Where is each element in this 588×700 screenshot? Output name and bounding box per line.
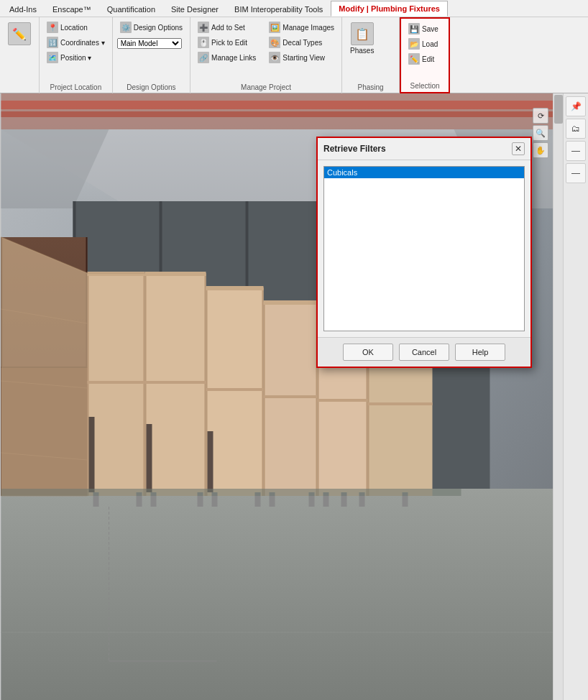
nav-controls: ⟳ 🔍 ✋ <box>533 108 548 158</box>
load-selection-button[interactable]: 📂 Load <box>405 37 441 51</box>
main-area: ⟳ 🔍 ✋ 📌 🗂 — — Retrieve Filters ✕ Cubical… <box>0 93 588 700</box>
mode-button[interactable]: ✏️ <box>4 20 35 47</box>
dialog-close-button[interactable]: ✕ <box>512 142 525 155</box>
panel-btn-4[interactable]: — <box>566 163 586 183</box>
save-icon: 💾 <box>408 23 420 34</box>
zoom-button[interactable]: 🔍 <box>533 125 548 141</box>
ribbon-group-mode: ✏️ <box>0 17 40 93</box>
svg-rect-64 <box>147 424 152 492</box>
mode-icon: ✏️ <box>8 22 31 45</box>
tab-add-ins[interactable]: Add-Ins <box>1 1 45 17</box>
filter-item-cubicals[interactable]: Cubicals <box>324 167 524 178</box>
svg-rect-26 <box>145 273 147 496</box>
manage-project-right: 🖼️ Manage Images 🎨 Decal Types 👁️ Starti… <box>266 20 337 65</box>
svg-rect-32 <box>264 302 265 496</box>
design-options-label: Design Options <box>113 83 190 91</box>
dialog-titlebar: Retrieve Filters ✕ <box>318 138 530 160</box>
dialog-title: Retrieve Filters <box>323 144 386 154</box>
manage-images-icon: 🖼️ <box>269 22 280 33</box>
ribbon-group-selection: 💾 Save 📂 Load ✏️ Edit Selection <box>400 17 450 93</box>
svg-rect-28 <box>206 287 264 496</box>
svg-rect-22 <box>88 273 145 496</box>
manage-project-label: Manage Project <box>190 83 341 91</box>
tab-enscape[interactable]: Enscape™ <box>45 1 99 17</box>
phases-button[interactable]: 📋 Phases <box>346 20 377 57</box>
starting-view-button[interactable]: 👁️ Starting View <box>266 50 337 65</box>
svg-rect-3 <box>1 101 562 109</box>
svg-rect-27 <box>205 273 206 496</box>
coordinates-button[interactable]: 🔢 Coordinates ▾ <box>44 35 108 50</box>
main-model-dropdown[interactable]: Main Model <box>117 38 185 49</box>
save-selection-button[interactable]: 💾 Save <box>405 22 441 36</box>
tab-modify-plumbing[interactable]: Modify | Plumbing Fixtures <box>331 1 448 17</box>
position-icon: 🗺️ <box>47 52 58 63</box>
svg-rect-73 <box>1 489 461 496</box>
tab-bar: Add-Ins Enscape™ Quantification Site Des… <box>0 0 588 17</box>
add-to-set-icon: ➕ <box>198 22 209 33</box>
svg-rect-30 <box>262 287 264 496</box>
svg-rect-40 <box>145 272 206 276</box>
svg-rect-41 <box>206 286 264 290</box>
ribbon: Add-Ins Enscape™ Quantification Site Des… <box>0 0 588 93</box>
svg-rect-42 <box>264 300 318 305</box>
dialog-cancel-button[interactable]: Cancel <box>399 344 449 361</box>
position-button[interactable]: 🗺️ Position ▾ <box>44 50 108 65</box>
viewport-scrollbar[interactable] <box>553 93 563 700</box>
decal-types-icon: 🎨 <box>269 37 280 48</box>
orbit-button[interactable]: ⟳ <box>533 108 548 124</box>
selection-stack: 💾 Save 📂 Load ✏️ Edit <box>405 22 441 66</box>
scrollbar-thumb[interactable] <box>554 95 563 124</box>
edit-icon: ✏️ <box>408 53 420 65</box>
svg-rect-50 <box>368 402 433 405</box>
svg-marker-69 <box>1 237 88 496</box>
edit-selection-button[interactable]: ✏️ Edit <box>405 52 441 66</box>
svg-rect-63 <box>89 417 95 492</box>
panel-btn-3[interactable]: — <box>566 141 586 161</box>
dialog-ok-button[interactable]: OK <box>343 344 393 361</box>
decal-types-button[interactable]: 🎨 Decal Types <box>266 35 337 50</box>
design-options-button[interactable]: ⚙️ Design Options <box>117 20 185 34</box>
tab-site-designer[interactable]: Site Designer <box>163 1 226 17</box>
manage-links-button[interactable]: 🔗 Manage Links <box>195 50 259 65</box>
right-panel: 📌 🗂 — — <box>563 93 588 700</box>
svg-rect-24 <box>144 273 145 496</box>
dialog-body: Cubicals <box>318 160 530 337</box>
system-browser-button[interactable]: 🗂 <box>566 119 586 139</box>
project-location-stack: 📍 Location 🔢 Coordinates ▾ 🗺️ Position ▾ <box>44 20 108 65</box>
pick-to-edit-button[interactable]: 🖱️ Pick to Edit <box>195 35 259 50</box>
add-to-set-button[interactable]: ➕ Add to Set <box>195 20 259 34</box>
selection-label: Selection <box>401 82 449 90</box>
project-location-label: Project Location <box>40 83 112 91</box>
pick-to-edit-icon: 🖱️ <box>198 37 209 48</box>
svg-rect-39 <box>88 272 145 276</box>
tab-bim[interactable]: BIM Interoperability Tools <box>226 1 331 17</box>
phasing-label: Phasing <box>342 83 399 91</box>
svg-rect-25 <box>145 273 206 496</box>
ribbon-group-manage-project: ➕ Add to Set 🖱️ Pick to Edit 🔗 Manage Li… <box>190 17 342 93</box>
location-button[interactable]: 📍 Location <box>44 20 108 34</box>
svg-rect-45 <box>88 381 145 384</box>
dialog-buttons: OK Cancel Help <box>318 337 530 367</box>
svg-rect-29 <box>206 287 208 496</box>
svg-rect-23 <box>88 273 89 496</box>
phases-icon: 📋 <box>351 22 374 45</box>
svg-rect-49 <box>318 399 368 402</box>
dialog-help-button[interactable]: Help <box>455 344 505 361</box>
pan-button[interactable]: ✋ <box>533 142 548 158</box>
manage-links-icon: 🔗 <box>198 52 209 63</box>
manage-images-button[interactable]: 🖼️ Manage Images <box>266 20 337 34</box>
ribbon-content: ✏️ 📍 Location 🔢 Coordinates ▾ 🗺️ <box>0 17 588 93</box>
dialog-listbox[interactable]: Cubicals <box>323 166 525 331</box>
svg-rect-46 <box>145 381 206 384</box>
svg-marker-14 <box>1 489 562 700</box>
svg-rect-48 <box>264 395 318 398</box>
properties-panel-button[interactable]: 📌 <box>566 96 586 116</box>
ribbon-group-project-location: 📍 Location 🔢 Coordinates ▾ 🗺️ Position ▾… <box>40 17 113 93</box>
design-options-icon: ⚙️ <box>120 22 132 33</box>
tab-quantification[interactable]: Quantification <box>99 1 163 17</box>
location-icon: 📍 <box>47 22 58 33</box>
main-model-select[interactable]: Main Model <box>117 38 182 49</box>
design-options-stack: ⚙️ Design Options Main Model <box>117 20 185 49</box>
ribbon-group-phasing: 📋 Phases Phasing <box>342 17 400 93</box>
starting-view-icon: 👁️ <box>269 52 280 63</box>
